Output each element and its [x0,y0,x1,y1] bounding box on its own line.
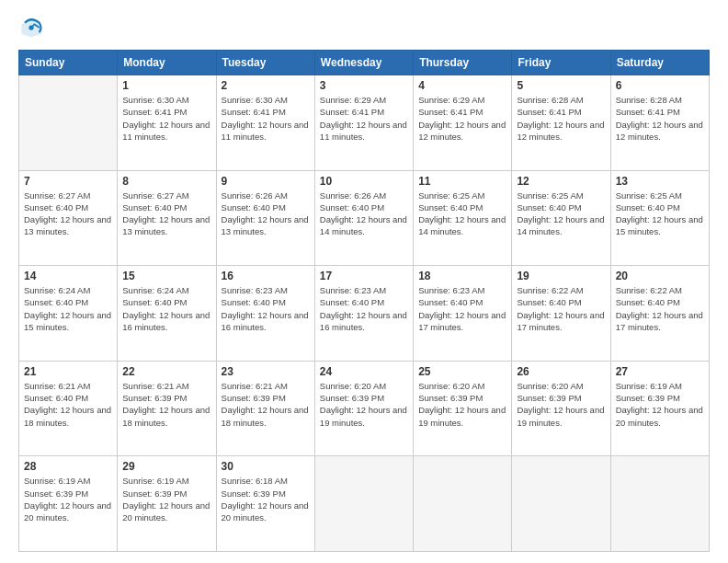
calendar-cell: 27 Sunrise: 6:19 AM Sunset: 6:39 PM Dayl… [610,361,709,456]
daylight-label: Daylight: 12 hours and 11 minutes. [222,120,309,142]
sunrise-label: Sunrise: 6:19 AM [122,476,188,486]
sunrise-label: Sunrise: 6:30 AM [122,95,188,105]
daylight-label: Daylight: 12 hours and 16 minutes. [122,310,210,332]
calendar-week-row: 21 Sunrise: 6:21 AM Sunset: 6:40 PM Dayl… [19,361,710,456]
weekday-header: Thursday [414,51,512,75]
calendar-cell: 1 Sunrise: 6:30 AM Sunset: 6:41 PM Dayli… [118,75,216,171]
daylight-label: Daylight: 12 hours and 18 minutes. [122,405,210,427]
calendar-cell: 16 Sunrise: 6:23 AM Sunset: 6:40 PM Dayl… [216,266,314,362]
day-info: Sunrise: 6:19 AM Sunset: 6:39 PM Dayligh… [122,475,210,523]
sunrise-label: Sunrise: 6:20 AM [517,381,583,391]
calendar-cell [314,456,413,552]
day-number: 21 [24,365,112,378]
day-number: 17 [320,270,408,282]
day-number: 18 [418,270,506,282]
sunset-label: Sunset: 6:40 PM [24,393,88,403]
daylight-label: Daylight: 12 hours and 11 minutes. [320,120,407,142]
sunrise-label: Sunrise: 6:25 AM [616,190,682,201]
sunset-label: Sunset: 6:40 PM [24,202,88,213]
day-number: 25 [418,365,506,378]
weekday-header: Monday [118,51,216,75]
sunset-label: Sunset: 6:40 PM [517,202,581,213]
calendar-cell: 14 Sunrise: 6:24 AM Sunset: 6:40 PM Dayl… [19,266,118,362]
day-info: Sunrise: 6:30 AM Sunset: 6:41 PM Dayligh… [222,94,310,143]
weekday-header: Friday [512,51,610,75]
sunrise-label: Sunrise: 6:22 AM [517,285,583,295]
sunset-label: Sunset: 6:39 PM [517,393,581,403]
sunset-label: Sunset: 6:41 PM [222,107,286,117]
daylight-label: Daylight: 12 hours and 13 minutes. [222,214,309,236]
daylight-label: Daylight: 12 hours and 17 minutes. [517,310,604,332]
day-info: Sunrise: 6:27 AM Sunset: 6:40 PM Dayligh… [122,190,210,238]
calendar-cell: 13 Sunrise: 6:25 AM Sunset: 6:40 PM Dayl… [610,170,709,266]
sunset-label: Sunset: 6:40 PM [222,297,286,307]
sunrise-label: Sunrise: 6:21 AM [222,381,288,391]
sunrise-label: Sunrise: 6:21 AM [122,381,188,391]
daylight-label: Daylight: 12 hours and 13 minutes. [24,214,111,236]
daylight-label: Daylight: 12 hours and 12 minutes. [418,120,506,142]
daylight-label: Daylight: 12 hours and 20 minutes. [24,500,111,523]
day-number: 22 [122,365,210,378]
day-number: 12 [517,175,605,188]
day-number: 9 [222,175,310,188]
sunset-label: Sunset: 6:41 PM [122,107,187,117]
sunset-label: Sunset: 6:39 PM [418,393,483,403]
day-info: Sunrise: 6:20 AM Sunset: 6:39 PM Dayligh… [320,380,408,429]
sunrise-label: Sunrise: 6:20 AM [418,381,484,391]
sunset-label: Sunset: 6:39 PM [320,393,384,403]
calendar-cell: 4 Sunrise: 6:29 AM Sunset: 6:41 PM Dayli… [414,75,512,171]
daylight-label: Daylight: 12 hours and 12 minutes. [616,120,703,142]
sunrise-label: Sunrise: 6:18 AM [222,476,288,486]
calendar-cell: 28 Sunrise: 6:19 AM Sunset: 6:39 PM Dayl… [19,456,118,552]
calendar-week-row: 1 Sunrise: 6:30 AM Sunset: 6:41 PM Dayli… [19,75,710,171]
logo [18,15,48,40]
sunset-label: Sunset: 6:40 PM [418,202,483,213]
sunset-label: Sunset: 6:40 PM [122,202,187,213]
sunrise-label: Sunrise: 6:29 AM [320,95,386,105]
sunrise-label: Sunrise: 6:19 AM [616,381,682,391]
sunrise-label: Sunrise: 6:28 AM [616,95,682,105]
sunrise-label: Sunrise: 6:24 AM [24,285,90,295]
calendar-cell: 12 Sunrise: 6:25 AM Sunset: 6:40 PM Dayl… [512,170,610,266]
sunrise-label: Sunrise: 6:20 AM [320,381,386,391]
day-info: Sunrise: 6:29 AM Sunset: 6:41 PM Dayligh… [320,94,408,143]
weekday-header-row: SundayMondayTuesdayWednesdayThursdayFrid… [19,51,710,75]
sunset-label: Sunset: 6:41 PM [320,107,384,117]
day-info: Sunrise: 6:19 AM Sunset: 6:39 PM Dayligh… [616,380,704,429]
daylight-label: Daylight: 12 hours and 14 minutes. [418,214,506,236]
day-info: Sunrise: 6:28 AM Sunset: 6:41 PM Dayligh… [616,94,704,143]
day-info: Sunrise: 6:24 AM Sunset: 6:40 PM Dayligh… [122,284,210,333]
sunrise-label: Sunrise: 6:22 AM [616,285,682,295]
sunrise-label: Sunrise: 6:25 AM [418,190,484,201]
day-info: Sunrise: 6:23 AM Sunset: 6:40 PM Dayligh… [320,284,408,333]
daylight-label: Daylight: 12 hours and 17 minutes. [616,310,703,332]
calendar-cell: 3 Sunrise: 6:29 AM Sunset: 6:41 PM Dayli… [314,75,413,171]
day-info: Sunrise: 6:20 AM Sunset: 6:39 PM Dayligh… [517,380,605,429]
daylight-label: Daylight: 12 hours and 16 minutes. [320,310,407,332]
svg-point-2 [28,25,33,29]
weekday-header: Wednesday [314,51,413,75]
day-number: 11 [418,175,506,188]
sunset-label: Sunset: 6:40 PM [320,202,384,213]
weekday-header: Saturday [610,51,709,75]
daylight-label: Daylight: 12 hours and 14 minutes. [517,214,604,236]
calendar-cell: 15 Sunrise: 6:24 AM Sunset: 6:40 PM Dayl… [118,266,216,362]
sunset-label: Sunset: 6:40 PM [222,202,286,213]
calendar-cell: 17 Sunrise: 6:23 AM Sunset: 6:40 PM Dayl… [314,266,413,362]
daylight-label: Daylight: 12 hours and 20 minutes. [616,405,703,427]
day-number: 26 [517,365,605,378]
sunset-label: Sunset: 6:40 PM [616,202,680,213]
calendar-cell [512,456,610,552]
day-number: 27 [616,365,704,378]
sunset-label: Sunset: 6:40 PM [418,297,483,307]
sunrise-label: Sunrise: 6:29 AM [418,95,484,105]
day-info: Sunrise: 6:22 AM Sunset: 6:40 PM Dayligh… [616,284,704,333]
day-info: Sunrise: 6:21 AM Sunset: 6:39 PM Dayligh… [122,380,210,429]
day-number: 1 [122,79,210,92]
daylight-label: Daylight: 12 hours and 19 minutes. [418,405,506,427]
day-number: 29 [122,460,210,473]
day-number: 16 [222,270,310,282]
calendar-cell: 9 Sunrise: 6:26 AM Sunset: 6:40 PM Dayli… [216,170,314,266]
sunrise-label: Sunrise: 6:19 AM [24,476,90,486]
calendar-cell: 26 Sunrise: 6:20 AM Sunset: 6:39 PM Dayl… [512,361,610,456]
